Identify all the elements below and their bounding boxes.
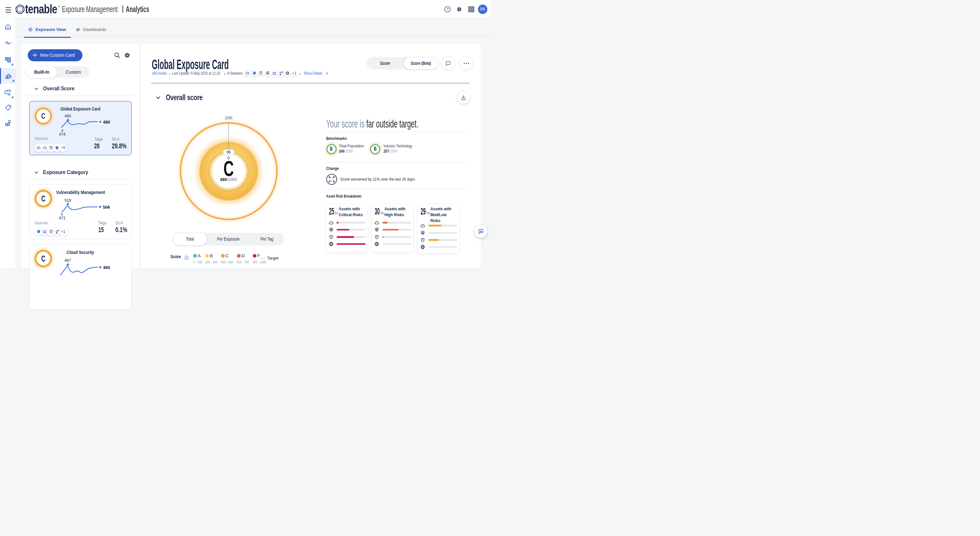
- svg-text:519: 519: [65, 198, 72, 203]
- svg-text:480: 480: [103, 120, 110, 124]
- svg-text:480: 480: [65, 114, 72, 118]
- svg-text:474: 474: [59, 132, 66, 137]
- svg-text:465: 465: [103, 265, 110, 268]
- svg-text:471: 471: [59, 216, 66, 220]
- svg-text:467: 467: [65, 258, 72, 263]
- svg-text:506: 506: [103, 205, 110, 210]
- svg-text:?: ?: [446, 7, 448, 11]
